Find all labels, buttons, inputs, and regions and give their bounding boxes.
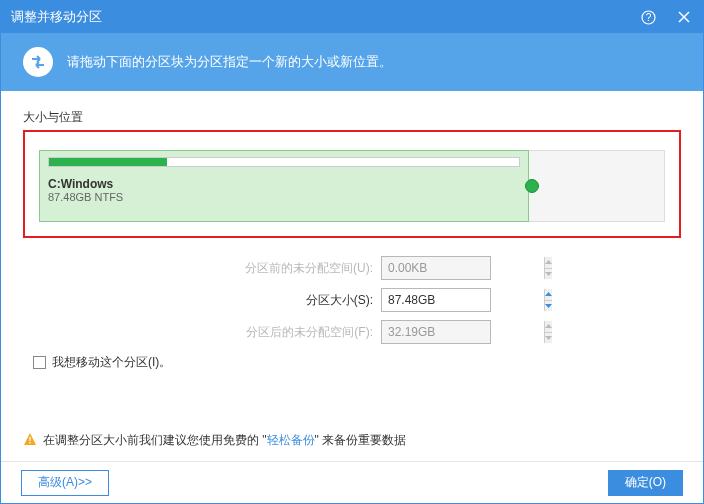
spinner-down-icon bbox=[545, 333, 552, 344]
svg-rect-3 bbox=[29, 442, 30, 443]
warning-icon bbox=[23, 432, 37, 449]
spinner-up-icon[interactable] bbox=[545, 289, 552, 301]
unalloc-after-input bbox=[382, 321, 544, 343]
swap-icon bbox=[23, 47, 53, 77]
partition-size-input[interactable] bbox=[382, 289, 544, 311]
field-size-label: 分区大小(S): bbox=[213, 292, 373, 309]
advanced-button-label: 高级(A)>> bbox=[38, 474, 92, 491]
move-checkbox-label: 我想移动这个分区(I)。 bbox=[52, 354, 171, 371]
warning-prefix: 在调整分区大小前我们建议您使用免费的 " bbox=[43, 433, 267, 447]
warning-suffix: " 来备份重要数据 bbox=[315, 433, 407, 447]
field-after-input bbox=[381, 320, 491, 344]
unalloc-before-input bbox=[382, 257, 544, 279]
warning-row: 在调整分区大小前我们建议您使用免费的 "轻松备份" 来备份重要数据 bbox=[23, 432, 406, 449]
footer: 高级(A)>> 确定(O) bbox=[1, 461, 703, 503]
help-icon[interactable]: ? bbox=[639, 8, 657, 26]
titlebar: 调整并移动分区 ? bbox=[1, 1, 703, 33]
spinner-down-icon bbox=[545, 269, 552, 280]
window-title: 调整并移动分区 bbox=[11, 8, 639, 26]
spinner-down-icon[interactable] bbox=[545, 301, 552, 312]
resize-handle[interactable] bbox=[525, 179, 539, 193]
svg-text:?: ? bbox=[645, 12, 651, 23]
partition-name: C:Windows bbox=[48, 177, 520, 191]
close-icon[interactable] bbox=[675, 8, 693, 26]
ok-button-label: 确定(O) bbox=[625, 474, 666, 491]
spinner-size[interactable] bbox=[544, 289, 552, 311]
banner-text: 请拖动下面的分区块为分区指定一个新的大小或新位置。 bbox=[67, 53, 392, 71]
field-size-input[interactable] bbox=[381, 288, 491, 312]
spinner-after bbox=[544, 321, 552, 343]
ok-button[interactable]: 确定(O) bbox=[608, 470, 683, 496]
spinner-up-icon bbox=[545, 321, 552, 333]
partition-box: C:Windows 87.48GB NTFS bbox=[23, 130, 681, 238]
field-before-input bbox=[381, 256, 491, 280]
move-checkbox-row[interactable]: 我想移动这个分区(I)。 bbox=[33, 354, 681, 371]
partition-used-block[interactable]: C:Windows 87.48GB NTFS bbox=[39, 150, 529, 222]
fields: 分区前的未分配空间(U): 分区大小(S): bbox=[23, 256, 681, 344]
advanced-button[interactable]: 高级(A)>> bbox=[21, 470, 109, 496]
move-checkbox[interactable] bbox=[33, 356, 46, 369]
partition-visual[interactable]: C:Windows 87.48GB NTFS bbox=[39, 150, 665, 222]
partition-info: 87.48GB NTFS bbox=[48, 191, 520, 203]
svg-rect-2 bbox=[29, 437, 30, 441]
backup-link[interactable]: 轻松备份 bbox=[267, 433, 315, 447]
usage-bar bbox=[48, 157, 520, 167]
usage-bar-fill bbox=[49, 158, 167, 166]
partition-free-block[interactable] bbox=[529, 150, 665, 222]
spinner-up-icon bbox=[545, 257, 552, 269]
banner: 请拖动下面的分区块为分区指定一个新的大小或新位置。 bbox=[1, 33, 703, 91]
section-label: 大小与位置 bbox=[23, 109, 681, 126]
spinner-before bbox=[544, 257, 552, 279]
field-before-label: 分区前的未分配空间(U): bbox=[213, 260, 373, 277]
field-after-label: 分区后的未分配空间(F): bbox=[213, 324, 373, 341]
